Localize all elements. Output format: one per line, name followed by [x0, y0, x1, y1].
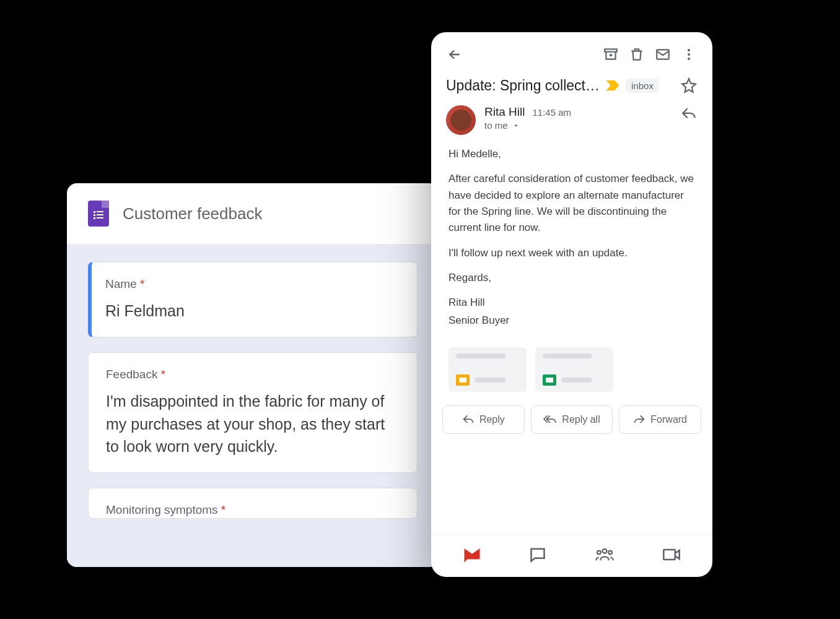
reply-icon	[462, 413, 475, 426]
reply-icon[interactable]	[680, 105, 698, 123]
svg-point-4	[688, 58, 690, 60]
inbox-label-chip[interactable]: inbox	[626, 79, 659, 93]
gmail-mobile-card: Update: Spring collect… inbox Rita Hill …	[431, 32, 712, 577]
google-sheets-icon	[543, 374, 556, 386]
body-regards: Regards,	[448, 270, 695, 286]
forward-icon	[633, 413, 645, 426]
sender-name: Rita Hill	[484, 105, 525, 119]
svg-rect-0	[605, 49, 617, 51]
signature-title: Senior Buyer	[448, 313, 695, 329]
required-asterisk: *	[221, 503, 225, 516]
svg-point-5	[602, 549, 606, 553]
svg-point-6	[597, 551, 601, 555]
forward-button[interactable]: Forward	[619, 405, 701, 434]
question-label-text: Feedback	[106, 368, 157, 381]
reply-all-icon	[543, 413, 557, 426]
svg-point-7	[608, 551, 612, 555]
question-label-text: Monitoring symptoms	[106, 503, 218, 516]
bottom-nav	[431, 534, 712, 577]
svg-rect-8	[664, 550, 675, 560]
back-arrow-icon[interactable]	[446, 46, 463, 63]
form-question-feedback[interactable]: Feedback * I'm disappointed in the fabri…	[88, 352, 418, 473]
svg-point-2	[688, 49, 690, 51]
sender-time: 11:45 am	[532, 107, 571, 118]
sender-meta: Rita Hill 11:45 am to me	[484, 105, 672, 131]
signature-name: Rita Hill	[448, 295, 695, 311]
recipient-text: to me	[484, 120, 508, 131]
reply-label: Reply	[479, 414, 505, 425]
forward-label: Forward	[650, 414, 687, 425]
question-answer[interactable]: I'm disappointed in the fabric for many …	[106, 390, 400, 457]
sender-row: Rita Hill 11:45 am to me	[431, 103, 712, 144]
recipient-dropdown[interactable]: to me	[484, 120, 672, 131]
attachment-slides[interactable]	[448, 347, 527, 392]
forms-title: Customer feedback	[123, 204, 262, 223]
star-icon[interactable]	[680, 77, 698, 94]
question-label-text: Name	[105, 277, 137, 290]
reply-all-label: Reply all	[562, 414, 600, 425]
forms-header: Customer feedback	[67, 183, 439, 245]
form-question-monitoring[interactable]: Monitoring symptoms *	[88, 488, 418, 519]
required-asterisk: *	[140, 277, 144, 290]
more-options-icon[interactable]	[680, 46, 698, 63]
sender-avatar[interactable]	[446, 105, 476, 135]
nav-chat-icon[interactable]	[529, 546, 546, 563]
svg-point-3	[688, 53, 690, 56]
google-slides-icon	[456, 374, 470, 386]
email-body: Hi Medelle, After careful consideration …	[431, 144, 712, 344]
chevron-down-icon	[512, 121, 520, 130]
body-paragraph: After careful consideration of customer …	[448, 171, 695, 236]
subject-row: Update: Spring collect… inbox	[431, 72, 712, 103]
required-asterisk: *	[161, 368, 165, 381]
action-buttons-row: Reply Reply all Forward	[431, 403, 712, 445]
body-greeting: Hi Medelle,	[448, 146, 695, 162]
nav-spaces-icon[interactable]	[595, 546, 615, 563]
important-marker-icon[interactable]	[606, 80, 619, 91]
forms-body: Name * Ri Feldman Feedback * I'm disappo…	[67, 245, 439, 567]
form-question-name[interactable]: Name * Ri Feldman	[88, 262, 418, 337]
question-label: Name *	[105, 277, 400, 291]
reply-button[interactable]: Reply	[442, 405, 525, 434]
attachment-meta-placeholder	[475, 378, 505, 383]
google-forms-icon	[88, 201, 109, 227]
attachment-title-placeholder	[456, 353, 505, 358]
delete-icon[interactable]	[628, 46, 645, 63]
attachment-title-placeholder	[543, 353, 592, 358]
attachments-row	[431, 344, 712, 403]
question-label: Monitoring symptoms *	[106, 503, 400, 517]
body-paragraph: I'll follow up next week with an update.	[448, 245, 695, 261]
nav-mail-icon[interactable]	[463, 547, 481, 563]
subject-text: Update: Spring collect…	[446, 77, 600, 94]
attachment-sheets[interactable]	[535, 347, 613, 392]
question-answer[interactable]: Ri Feldman	[105, 300, 400, 322]
question-label: Feedback *	[106, 368, 400, 381]
attachment-meta-placeholder	[561, 378, 592, 383]
archive-icon[interactable]	[602, 46, 619, 63]
mark-unread-icon[interactable]	[654, 46, 672, 63]
gmail-topbar	[431, 32, 712, 72]
reply-all-button[interactable]: Reply all	[531, 405, 613, 434]
nav-meet-icon[interactable]	[662, 547, 681, 563]
google-forms-card: Customer feedback Name * Ri Feldman Feed…	[67, 183, 439, 567]
